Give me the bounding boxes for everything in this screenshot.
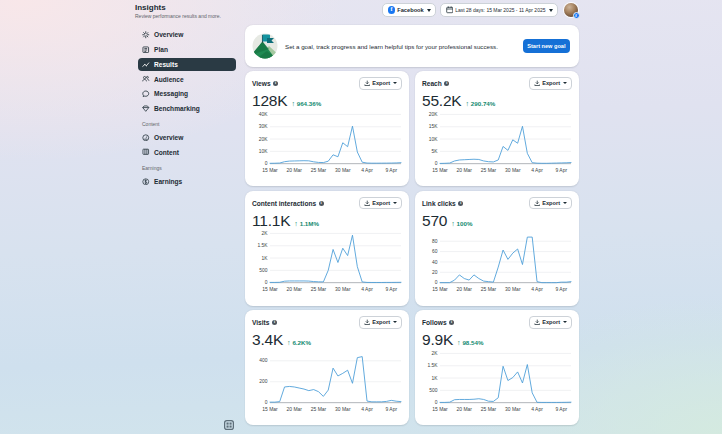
info-icon[interactable]: i — [458, 201, 463, 206]
messaging-icon — [142, 90, 150, 98]
up-arrow-icon: ↑ — [291, 99, 295, 108]
metric-delta: ↑ 1.1M% — [294, 219, 319, 228]
x-tick-label: 4 Apr — [531, 167, 543, 172]
x-tick-label: 4 Apr — [361, 287, 373, 292]
x-tick-label: 9 Apr — [385, 406, 397, 411]
start-new-goal-button[interactable]: Start new goal — [523, 39, 570, 53]
x-tick-label: 20 Mar — [286, 287, 302, 292]
sidebar-item-earnings[interactable]: Earnings — [138, 175, 236, 188]
metric-card-title-row: Visits i — [252, 319, 277, 326]
sidebar-item-label: Results — [154, 61, 178, 68]
x-tick-label: 15 Mar — [432, 406, 448, 411]
metric-card-title: Link clicks — [422, 200, 456, 207]
metric-delta-value: 290.74% — [471, 100, 495, 107]
benchmarking-icon — [142, 105, 150, 113]
sidebar-item-label: Content — [154, 149, 179, 156]
sidebar-item-messaging[interactable]: Messaging — [138, 87, 236, 100]
export-button[interactable]: Export — [359, 316, 402, 329]
metric-card-views: Views i Export 128K ↑ 964.36% 40K30K20K1… — [245, 71, 409, 186]
y-tick-label: 1.5K — [427, 363, 438, 368]
y-tick-label: 0 — [265, 161, 268, 166]
x-tick-label: 4 Apr — [361, 167, 373, 172]
metric-card-title-row: Views i — [252, 80, 278, 87]
y-tick-label: 60 — [432, 249, 438, 254]
avatar[interactable]: f — [564, 3, 578, 17]
sidebar-item-results[interactable]: Results — [138, 58, 236, 71]
download-icon — [534, 319, 541, 326]
metric-value: 3.4K — [252, 331, 283, 349]
y-tick-label: 80 — [432, 239, 438, 244]
content-grid-icon — [142, 148, 150, 156]
sidebar-section-label: Earnings — [142, 165, 236, 171]
date-range-selector-button[interactable]: Last 28 days: 15 Mar 2025 - 11 Apr 2025 — [440, 3, 558, 17]
y-tick-label: 2K — [261, 231, 268, 236]
goal-flag-mountain-icon — [252, 33, 278, 59]
sidebar-item-overview[interactable]: Overview — [138, 131, 236, 144]
sidebar-item-audience[interactable]: Audience — [138, 73, 236, 86]
export-button-label: Export — [542, 80, 560, 86]
x-tick-label: 20 Mar — [456, 406, 472, 411]
metric-card-header: Link clicks i Export — [422, 197, 572, 210]
y-tick-label: 0 — [435, 161, 438, 166]
metric-delta-value: 98.54% — [462, 339, 483, 346]
download-icon — [364, 80, 371, 87]
sidebar-item-content[interactable]: Content — [138, 146, 236, 159]
x-tick-label: 9 Apr — [555, 287, 567, 292]
sidebar-item-benchmarking[interactable]: Benchmarking — [138, 102, 236, 115]
y-tick-label: 30K — [259, 124, 268, 129]
x-tick-label: 15 Mar — [432, 167, 448, 172]
metric-value: 570 — [422, 212, 447, 230]
info-icon[interactable]: i — [449, 320, 454, 325]
info-icon[interactable]: i — [319, 201, 324, 206]
y-tick-label: 5K — [431, 149, 438, 154]
export-button[interactable]: Export — [529, 77, 572, 90]
x-tick-label: 30 Mar — [505, 406, 521, 411]
metric-card-title: Reach — [422, 80, 442, 87]
chevron-down-icon — [563, 82, 567, 84]
metric-value: 55.2K — [422, 92, 462, 110]
export-button[interactable]: Export — [529, 197, 572, 210]
info-icon[interactable]: i — [444, 81, 449, 86]
dock-grid-button[interactable] — [224, 418, 234, 428]
x-tick-label: 9 Apr — [385, 287, 397, 292]
metric-value: 11.1K — [252, 212, 290, 230]
sidebar-item-plan[interactable]: Plan — [138, 43, 236, 56]
plan-icon — [142, 46, 150, 54]
export-button[interactable]: Export — [359, 197, 402, 210]
line-series — [440, 364, 571, 402]
download-icon — [364, 200, 371, 207]
sidebar-item-label: Overview — [154, 134, 183, 141]
metric-card-link-clicks: Link clicks i Export 570 ↑ 100% 80604020… — [415, 191, 579, 306]
sidebar-item-label: Plan — [154, 46, 168, 53]
info-icon[interactable]: i — [272, 320, 277, 325]
metric-card-header: Reach i Export — [422, 77, 572, 90]
export-button[interactable]: Export — [359, 77, 402, 90]
sidebar-item-label: Benchmarking — [154, 105, 200, 112]
y-tick-label: 10K — [429, 136, 438, 141]
y-tick-label: 2K — [431, 351, 438, 356]
x-tick-label: 25 Mar — [481, 406, 497, 411]
y-tick-label: 0 — [435, 400, 438, 405]
up-arrow-icon: ↑ — [457, 338, 461, 347]
info-icon[interactable]: i — [273, 81, 278, 86]
metric-line-chart: 400200015 Mar20 Mar25 Mar30 Mar4 Apr9 Ap… — [252, 351, 402, 413]
export-button[interactable]: Export — [529, 316, 572, 329]
x-tick-label: 25 Mar — [481, 287, 497, 292]
facebook-icon: f — [388, 6, 396, 14]
metric-card-title-row: Content interactions i — [252, 200, 324, 207]
y-tick-label: 1K — [261, 256, 268, 261]
metric-card-header: Views i Export — [252, 77, 402, 90]
metric-card-title-row: Follows i — [422, 319, 454, 326]
x-tick-label: 30 Mar — [335, 406, 351, 411]
up-arrow-icon: ↑ — [287, 338, 291, 347]
metric-delta: ↑ 290.74% — [466, 99, 496, 108]
platform-selector-button[interactable]: f Facebook — [382, 3, 436, 17]
chevron-down-icon — [393, 321, 397, 323]
metric-line-chart: 40K30K20K10K015 Mar20 Mar25 Mar30 Mar4 A… — [252, 112, 402, 174]
overview-icon — [142, 31, 150, 39]
metric-delta: ↑ 100% — [451, 219, 472, 228]
export-button-label: Export — [542, 200, 560, 206]
sidebar-item-overview[interactable]: Overview — [138, 29, 236, 42]
metric-card-content-interactions: Content interactions i Export 11.1K ↑ 1.… — [245, 191, 409, 306]
metric-value-row: 3.4K ↑ 6.2K% — [252, 331, 402, 349]
